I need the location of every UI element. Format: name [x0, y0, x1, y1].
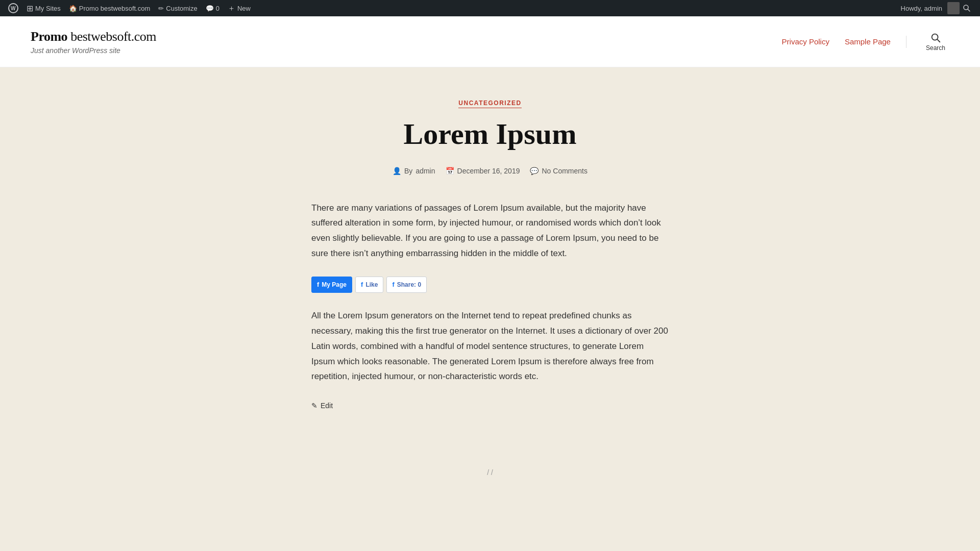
comments-count: 0 [216, 5, 219, 12]
author-link[interactable]: admin [415, 167, 435, 175]
edit-link[interactable]: ✎ Edit [311, 399, 669, 412]
nav-privacy-policy[interactable]: Privacy Policy [782, 37, 829, 46]
svg-text:W: W [11, 6, 16, 11]
new-button[interactable]: ＋ New [224, 0, 255, 16]
nav-divider [906, 36, 906, 48]
edit-label: Edit [321, 399, 333, 412]
my-sites-label: My Sites [35, 5, 61, 12]
admin-avatar [947, 2, 960, 14]
new-icon: ＋ [228, 4, 235, 13]
footer-nav-text: / / [487, 468, 493, 477]
post-paragraph-1: There are many variations of passages of… [311, 201, 669, 261]
comments-icon: 💬 [206, 5, 214, 12]
site-title-regular: bestwebsoft.com [70, 29, 156, 44]
fb-my-page-button[interactable]: f My Page [311, 277, 352, 293]
fb-share-label: Share: 0 [397, 280, 421, 290]
site-branding: Promo bestwebsoft.com Just another WordP… [31, 29, 156, 55]
edit-icon: ✎ [311, 399, 317, 412]
admin-bar: W ⊞ My Sites 🏠 Promo bestwebsoft.com ✏ C… [0, 0, 980, 16]
post-meta: 👤 By admin 📅 December 16, 2019 💬 No Comm… [255, 167, 725, 175]
howdy-label: Howdy, admin [901, 5, 942, 12]
admin-bar-right: Howdy, admin [897, 2, 976, 14]
post-paragraph-2: All the Lorem Ipsum generators on the In… [311, 308, 669, 384]
author-by-label: By [404, 167, 412, 175]
svg-line-5 [937, 39, 940, 42]
nav-sample-page[interactable]: Sample Page [845, 37, 891, 46]
site-name-label: Promo bestwebsoft.com [79, 5, 150, 12]
fb-like-label: Like [365, 280, 378, 290]
post-meta-author: 👤 By admin [393, 167, 435, 175]
post-title: Lorem Ipsum [255, 117, 725, 152]
fb-icon-3: f [392, 279, 394, 291]
fb-icon-2: f [361, 279, 363, 291]
fb-share-button[interactable]: f Share: 0 [386, 277, 427, 293]
category-link[interactable]: UNCATEGORIZED [458, 99, 521, 108]
fb-like-button[interactable]: f Like [355, 277, 383, 293]
site-title-bold: Promo [31, 29, 70, 44]
my-sites-button[interactable]: ⊞ My Sites [22, 0, 65, 16]
site-title: Promo bestwebsoft.com [31, 29, 156, 44]
fb-my-page-label: My Page [322, 280, 347, 290]
customize-button[interactable]: ✏ Customize [154, 0, 201, 16]
site-header: Promo bestwebsoft.com Just another WordP… [0, 16, 980, 67]
search-button[interactable]: Search [922, 30, 949, 54]
main-content: UNCATEGORIZED Lorem Ipsum 👤 By admin 📅 D… [245, 67, 735, 453]
post-category: UNCATEGORIZED [255, 98, 725, 107]
fb-icon-1: f [317, 279, 319, 291]
site-tagline: Just another WordPress site [31, 46, 156, 55]
site-name-icon: 🏠 [69, 5, 77, 12]
svg-line-3 [968, 9, 970, 11]
new-label: New [237, 5, 251, 12]
fb-buttons: f My Page f Like f Share: 0 [311, 277, 669, 293]
site-nav: Privacy Policy Sample Page Search [782, 30, 949, 54]
customize-icon: ✏ [158, 5, 164, 12]
date-icon: 📅 [446, 167, 454, 175]
site-name-button[interactable]: 🏠 Promo bestwebsoft.com [65, 0, 154, 16]
post-footer-nav: / / [0, 453, 980, 492]
admin-search-button[interactable] [962, 3, 972, 13]
search-icon [930, 32, 941, 43]
post-content: There are many variations of passages of… [311, 201, 669, 412]
my-sites-icon: ⊞ [27, 4, 33, 13]
author-icon: 👤 [393, 167, 401, 175]
comments-link[interactable]: No Comments [542, 167, 587, 175]
customize-label: Customize [166, 5, 197, 12]
post-meta-comments: 💬 No Comments [530, 167, 587, 175]
post-date: December 16, 2019 [457, 167, 520, 175]
search-label: Search [926, 44, 945, 52]
post-meta-date: 📅 December 16, 2019 [446, 167, 520, 175]
comments-button[interactable]: 💬 0 [202, 0, 224, 16]
comments-icon: 💬 [530, 167, 538, 175]
wp-logo-button[interactable]: W [4, 0, 22, 16]
